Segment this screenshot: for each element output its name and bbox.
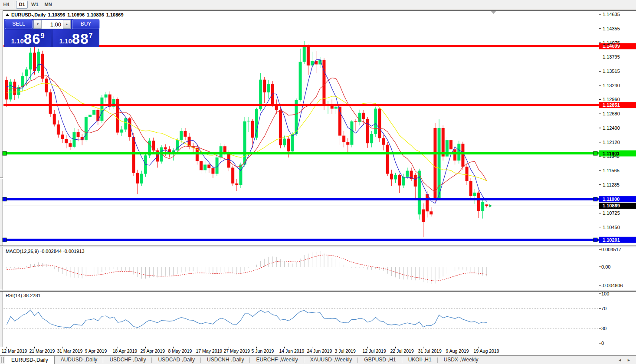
candle-body xyxy=(120,130,123,133)
collapse-panel-icon[interactable] xyxy=(6,13,9,16)
level-line-handle[interactable] xyxy=(3,238,7,242)
date-tick-label: 29 Apr 2019 xyxy=(141,348,165,354)
price-tick-label: 1.12120 xyxy=(603,140,620,145)
level-line-handle[interactable] xyxy=(3,197,7,201)
tab-scroll-left-icon[interactable]: ◄ xyxy=(618,358,622,362)
candle-body xyxy=(299,62,302,100)
candle-body xyxy=(37,52,40,71)
chart-symbol-label: EURUSD-,Daily xyxy=(11,12,46,17)
volume-decrease-icon[interactable]: ▼ xyxy=(34,20,42,29)
rsi-pane-bg[interactable] xyxy=(3,292,636,347)
candle-body xyxy=(124,118,127,130)
price-tick-label: 1.13515 xyxy=(603,69,620,74)
date-tick-label: 17 May 2019 xyxy=(196,348,223,354)
chart-tabs: EURUSD-,DailyAUDUSD-,DailyUSDCHF-,DailyU… xyxy=(5,356,485,364)
candle-body xyxy=(354,121,357,122)
candle-body xyxy=(184,131,187,137)
candle-body xyxy=(449,140,452,149)
sell-button[interactable]: SELL xyxy=(5,20,33,29)
buy-price-display[interactable]: 1.10 88 7 xyxy=(53,30,99,47)
rsi-scale-label: 100 xyxy=(601,291,609,296)
price-tick-label: 1.11845 xyxy=(603,154,620,159)
sell-price-display[interactable]: 1.10 86 9 xyxy=(5,30,51,47)
volume-input[interactable] xyxy=(42,20,63,29)
candle-body xyxy=(453,149,456,161)
trading-app-window: H4D1W1MN 1.140091.128511.119011.110001.1… xyxy=(0,0,636,364)
ohlc-open: 1.10896 xyxy=(48,12,65,17)
buy-price-prefix: 1.10 xyxy=(59,37,72,45)
candle-body xyxy=(85,117,88,140)
macd-indicator-label: MACD(12,26,9) -0.002844 -0.001913 xyxy=(6,249,85,254)
candle-body xyxy=(433,128,436,198)
level-line-handle[interactable] xyxy=(593,151,597,155)
macd-pane-bg[interactable] xyxy=(3,248,636,289)
candle-body xyxy=(239,164,242,185)
price-tick-label: 1.13795 xyxy=(603,54,620,59)
candle-body xyxy=(61,134,64,139)
chart-title: EURUSD-,Daily 1.10896 1.10896 1.10836 1.… xyxy=(6,12,124,17)
level-line-handle[interactable] xyxy=(593,197,597,201)
candle-body xyxy=(422,210,425,222)
chart-tab-gbpusd-h1[interactable]: GBPUSD-,H1 xyxy=(358,356,402,364)
candle-body xyxy=(362,113,365,119)
candle-body xyxy=(382,138,385,144)
date-tick-label: 31 Mar 2019 xyxy=(57,348,83,354)
ohlc-high: 1.10896 xyxy=(67,12,85,17)
date-tick-label: 31 Jul 2019 xyxy=(418,348,442,354)
buy-button[interactable]: BUY xyxy=(72,20,100,29)
chart-tab-usdcad-daily[interactable]: USDCAD-,Daily xyxy=(152,356,201,364)
candle-body xyxy=(140,174,143,184)
chart-canvas[interactable]: 1.140091.128511.119011.110001.102011.108… xyxy=(0,0,636,364)
tab-scroll-right-icon[interactable]: ► xyxy=(627,358,631,362)
buy-price-pip: 7 xyxy=(89,32,93,40)
candle-body xyxy=(398,175,401,185)
tab-scroll-controls: ◄ ► xyxy=(618,356,636,364)
chart-tab-ukoil-h1[interactable]: UKOil-,H1 xyxy=(402,356,438,364)
candle-body xyxy=(374,108,377,134)
rsi-scale-label: 0 xyxy=(601,341,604,346)
candle-body xyxy=(370,134,373,143)
price-tick-label: 1.13240 xyxy=(603,83,620,88)
candle-body xyxy=(105,95,108,98)
level-line-handle[interactable] xyxy=(593,238,597,242)
candle-body xyxy=(29,53,32,70)
price-tick-label: 1.12400 xyxy=(603,125,620,131)
level-line-handle[interactable] xyxy=(3,151,7,155)
date-tick-label: 19 Aug 2019 xyxy=(474,348,499,354)
macd-scale-label: 0.004517 xyxy=(601,247,621,252)
date-tick-label: 9 Aug 2019 xyxy=(446,348,469,354)
chart-tab-usdcnh-daily[interactable]: USDCNH-,Daily xyxy=(201,356,250,364)
volume-increase-icon[interactable]: ▲ xyxy=(63,20,71,29)
candle-body xyxy=(426,194,429,211)
candle-body xyxy=(45,79,48,92)
volume-stepper: ▼ ▲ xyxy=(33,20,71,29)
candle-body xyxy=(243,121,246,165)
date-tick-label: 3 Jul 2019 xyxy=(335,348,356,354)
date-tick-label: 22 Jul 2019 xyxy=(390,348,414,354)
candle-body xyxy=(203,164,207,170)
ohlc-close: 1.10869 xyxy=(106,12,124,17)
chart-tab-audusd-daily[interactable]: AUDUSD-,Daily xyxy=(55,356,104,364)
candle-body xyxy=(200,161,203,170)
candle-body xyxy=(291,134,294,151)
candle-body xyxy=(5,80,8,100)
tab-bar-grip[interactable] xyxy=(1,357,4,363)
price-tick-label: 1.14355 xyxy=(603,26,620,31)
candle-body xyxy=(49,92,52,114)
candle-body xyxy=(164,148,167,150)
price-tick-label: 1.10450 xyxy=(603,225,620,230)
chart-tab-eurchf-weekly[interactable]: EURCHF-,Weekly xyxy=(250,356,304,364)
chart-tab-eurusd-daily[interactable]: EURUSD-,Daily xyxy=(5,356,55,364)
chart-tab-xauusd-weekly[interactable]: XAUUSD-,Weekly xyxy=(304,356,358,364)
one-click-trade-panel: SELL ▼ ▲ BUY 1.10 86 9 1.10 88 7 xyxy=(4,19,99,47)
candle-body xyxy=(57,125,60,134)
date-tick-label: 24 Jun 2019 xyxy=(307,348,332,354)
candle-body xyxy=(235,184,238,185)
price-tick-label: 1.14635 xyxy=(603,12,620,17)
candle-body xyxy=(342,136,345,142)
chart-tab-usdx-weekly[interactable]: USDX-,Weekly xyxy=(438,356,485,364)
date-tick-label: 27 May 2019 xyxy=(224,348,250,354)
candle-body xyxy=(207,164,210,168)
chart-tab-usdchf-daily[interactable]: USDCHF-,Daily xyxy=(103,356,152,364)
date-tick-label: 14 Jun 2019 xyxy=(279,348,305,354)
